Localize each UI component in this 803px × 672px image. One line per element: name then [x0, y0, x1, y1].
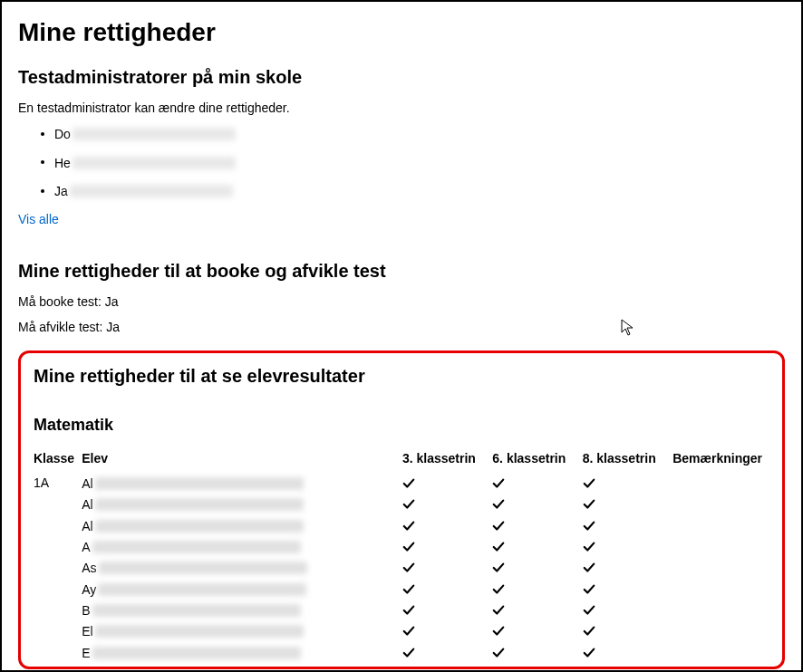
cell-elev: El — [82, 620, 402, 641]
results-heading: Mine rettigheder til at se elevresultate… — [34, 366, 769, 387]
list-item: He — [54, 154, 785, 169]
cell-remarks — [672, 514, 769, 535]
check-icon — [492, 644, 505, 658]
redacted-text — [95, 477, 304, 490]
elev-name-prefix: B — [82, 603, 90, 618]
admins-list: DoHeJa — [18, 126, 785, 198]
cell-g3 — [402, 514, 492, 535]
elev-name-prefix: Al — [82, 497, 92, 512]
can-run-text: Må afvikle test: Ja — [18, 320, 785, 334]
check-icon — [492, 539, 505, 553]
cell-g6 — [492, 494, 582, 514]
cell-remarks — [672, 620, 769, 641]
admin-name-prefix: He — [54, 156, 71, 170]
cell-elev: E — [82, 641, 402, 662]
check-icon — [402, 560, 415, 574]
cell-g8 — [583, 557, 672, 578]
check-icon — [492, 496, 505, 511]
results-table: Klasse Elev 3. klassetrin 6. klassetrin … — [34, 447, 769, 663]
col-g6: 6. klassetrin — [492, 447, 582, 473]
cell-elev: Al — [82, 494, 402, 514]
redacted-text — [95, 520, 304, 533]
elev-name-prefix: Al — [82, 519, 92, 533]
col-g3: 3. klassetrin — [402, 447, 492, 473]
results-tbody: 1AAlAlAlAAsAyBElE — [34, 473, 769, 663]
redacted-text — [92, 647, 301, 659]
admins-intro: En testadministrator kan ændre dine rett… — [18, 101, 785, 115]
cell-g6 — [492, 557, 582, 578]
cell-remarks — [672, 578, 769, 599]
cell-elev: A — [82, 536, 402, 557]
check-icon — [583, 623, 595, 638]
table-row: 1AAl — [34, 473, 769, 494]
cell-klasse — [34, 641, 82, 662]
elev-name-prefix: El — [82, 624, 92, 638]
table-row: El — [34, 620, 769, 641]
check-icon — [583, 496, 595, 511]
check-icon — [583, 560, 595, 574]
list-item: Do — [54, 126, 785, 141]
redacted-text — [73, 128, 236, 140]
col-remarks: Bemærkninger — [672, 447, 769, 473]
show-all-link[interactable]: Vis alle — [18, 212, 59, 226]
check-icon — [492, 517, 505, 532]
elev-name-prefix: Ay — [82, 582, 96, 597]
cell-g8 — [583, 473, 672, 494]
check-icon — [402, 475, 415, 490]
redacted-text — [99, 562, 307, 574]
redacted-text — [95, 625, 304, 638]
check-icon — [402, 644, 415, 658]
check-icon — [492, 560, 505, 574]
list-item: Ja — [54, 183, 785, 198]
cell-remarks — [672, 557, 769, 578]
cell-elev: Ay — [82, 578, 402, 599]
table-row: Ay — [34, 578, 769, 599]
admins-section: Testadministratorer på min skole En test… — [18, 67, 785, 245]
admin-name-prefix: Do — [54, 127, 71, 141]
table-row: A — [34, 536, 769, 557]
cell-remarks — [672, 473, 769, 494]
check-icon — [583, 644, 595, 658]
check-icon — [402, 602, 415, 617]
cell-klasse — [34, 494, 82, 514]
cell-klasse — [34, 557, 82, 578]
cell-g6 — [492, 578, 582, 599]
cell-remarks — [672, 536, 769, 557]
check-icon — [402, 581, 415, 595]
cell-klasse — [34, 600, 82, 620]
check-icon — [583, 581, 595, 595]
booking-section: Mine rettigheder til at booke og afvikle… — [18, 261, 785, 334]
redacted-text — [95, 498, 304, 511]
cell-klasse — [34, 620, 82, 641]
check-icon — [583, 517, 595, 532]
cell-remarks — [672, 641, 769, 662]
check-icon — [402, 623, 415, 638]
redacted-text — [92, 541, 301, 553]
redacted-text — [73, 157, 236, 169]
check-icon — [492, 602, 505, 617]
cell-g8 — [583, 620, 672, 641]
cell-elev: B — [82, 600, 402, 620]
cell-g3 — [402, 578, 492, 599]
cell-g8 — [583, 641, 672, 662]
table-row: As — [34, 557, 769, 578]
col-g8: 8. klassetrin — [583, 447, 672, 473]
cell-elev: Al — [82, 514, 402, 535]
table-row: Al — [34, 514, 769, 535]
cell-remarks — [672, 600, 769, 620]
check-icon — [402, 539, 415, 553]
check-icon — [583, 602, 595, 617]
table-row: B — [34, 600, 769, 620]
cell-elev: Al — [82, 473, 402, 494]
elev-name-prefix: Al — [82, 476, 92, 491]
admin-name-prefix: Ja — [54, 184, 68, 198]
page-title: Mine rettigheder — [18, 18, 785, 47]
cell-g3 — [402, 641, 492, 662]
cell-elev: As — [82, 557, 402, 578]
cell-g6 — [492, 600, 582, 620]
check-icon — [492, 623, 505, 638]
cell-klasse — [34, 578, 82, 599]
elev-name-prefix: A — [82, 540, 90, 554]
cell-klasse: 1A — [34, 473, 82, 494]
cell-g3 — [402, 557, 492, 578]
